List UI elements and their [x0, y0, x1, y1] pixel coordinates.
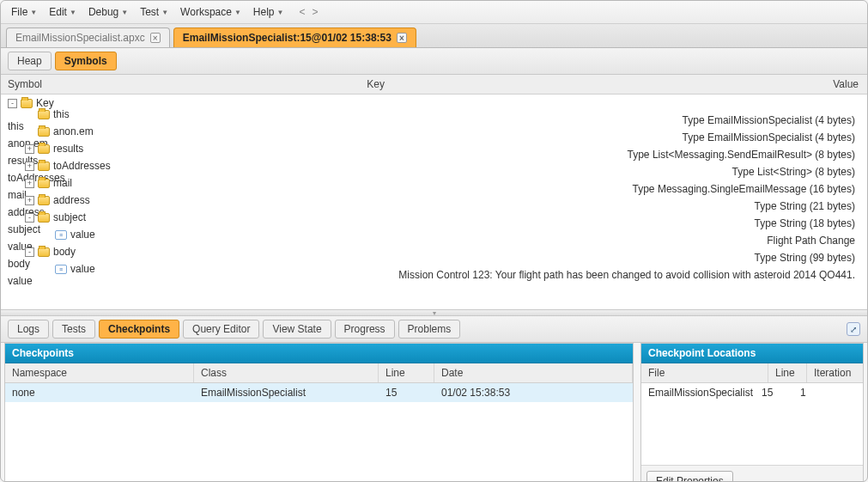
nav-forward-icon[interactable]: > — [312, 6, 318, 18]
tree-symbol-label: toAddresses — [53, 160, 111, 172]
tree-value: Type List<Messaging.SendEmailResult> (8 … — [83, 149, 860, 161]
folder-icon — [38, 162, 50, 171]
tab-logs[interactable]: Logs — [8, 320, 49, 339]
col-date[interactable]: Date — [434, 363, 633, 382]
tree-row[interactable]: -Key — [1, 95, 867, 112]
col-key[interactable]: Key — [367, 78, 393, 90]
checkpoints-grid-header: Namespace Class Line Date — [5, 363, 633, 383]
expand-icon[interactable]: + — [25, 196, 34, 205]
chevron-down-icon: ▼ — [277, 9, 284, 16]
bottom-tabstrip: Logs Tests Checkpoints Query Editor View… — [1, 316, 867, 343]
tree-row[interactable]: +toAddressestoAddressesType List<String>… — [1, 163, 867, 180]
folder-icon — [38, 213, 50, 223]
locations-grid-header: File Line Iteration — [641, 363, 863, 383]
tree-symbol-label: this — [53, 108, 70, 120]
tree-value: Type EmailMissionSpecialist (4 bytes) — [70, 114, 860, 126]
edit-properties-button[interactable]: Edit Properties — [646, 471, 733, 482]
col-iteration[interactable]: Iteration — [807, 363, 863, 382]
tree-row[interactable]: thisthisType EmailMissionSpecialist (4 b… — [1, 112, 867, 129]
tree-value: Type List<String> (8 bytes) — [111, 166, 860, 178]
menu-file[interactable]: File▼ — [6, 4, 42, 20]
tree-symbol-label: subject — [53, 211, 86, 223]
menu-debug[interactable]: Debug▼ — [83, 4, 133, 20]
tree-symbol-label: results — [53, 143, 83, 155]
tree-symbol-label: mail — [53, 177, 72, 189]
tab-view-state[interactable]: View State — [263, 320, 331, 339]
menu-help[interactable]: Help▼ — [248, 4, 289, 20]
tab-checkpoints[interactable]: Checkpoints — [99, 320, 179, 339]
collapse-icon[interactable]: - — [8, 99, 17, 108]
value-icon: ≡ — [55, 265, 67, 274]
nav-back-icon[interactable]: < — [299, 6, 305, 18]
tree-spacer — [25, 110, 34, 119]
heap-symbols-tabs: Heap Symbols — [1, 48, 867, 75]
col-symbol[interactable]: Symbol — [8, 78, 42, 90]
tree-row[interactable]: ≡valuevalueFlight Path Change — [1, 232, 867, 249]
panel-title: Checkpoint Locations — [641, 344, 863, 363]
expand-icon[interactable]: + — [25, 179, 34, 188]
collapse-icon[interactable]: - — [25, 247, 34, 257]
tree-row[interactable]: anon.emanon.emType EmailMissionSpecialis… — [1, 129, 867, 146]
horizontal-splitter[interactable]: ▾ — [1, 309, 867, 316]
chevron-down-icon: ▼ — [70, 9, 76, 16]
col-namespace[interactable]: Namespace — [5, 363, 194, 382]
tree-value: Type String (21 bytes) — [90, 200, 860, 212]
collapse-icon[interactable]: - — [25, 213, 34, 223]
chevron-down-icon: ▼ — [234, 9, 241, 16]
tab-progress[interactable]: Progress — [335, 320, 395, 339]
expand-icon[interactable]: + — [25, 162, 34, 171]
tree-row[interactable]: -subjectsubjectType String (18 bytes) — [1, 215, 867, 232]
bottom-pane: Checkpoints Namespace Class Line Date no… — [1, 343, 867, 482]
col-line[interactable]: Line — [768, 363, 807, 382]
locations-grid-body: EmailMissionSpecialist 15 1 — [641, 383, 863, 465]
tree-row[interactable]: +resultsresultsType List<Messaging.SendE… — [1, 146, 867, 163]
folder-icon — [38, 196, 50, 205]
close-icon[interactable]: × — [150, 33, 161, 43]
close-icon[interactable]: × — [397, 33, 407, 43]
col-value[interactable]: Value — [400, 75, 867, 94]
checkpoints-panel: Checkpoints Namespace Class Line Date no… — [4, 343, 634, 482]
tab-tests[interactable]: Tests — [52, 320, 95, 339]
tree-row[interactable]: ≡valuevalueMission Control 123: Your fli… — [1, 266, 867, 284]
file-tab-checkpoint[interactable]: EmailMissionSpecialist:15@01/02 15:38:53… — [173, 27, 416, 47]
value-icon: ≡ — [55, 230, 67, 240]
col-line[interactable]: Line — [379, 363, 434, 382]
tree-symbol-label: value — [70, 263, 95, 275]
menu-edit[interactable]: Edit▼ — [44, 4, 82, 20]
menu-test[interactable]: Test▼ — [135, 4, 173, 20]
tree-value: Type String (18 bytes) — [86, 217, 860, 229]
tab-heap[interactable]: Heap — [8, 52, 52, 70]
table-row[interactable]: none EmailMissionSpecialist 15 01/02 15:… — [5, 383, 633, 402]
cell-namespace: none — [12, 387, 201, 399]
tree-row[interactable]: +addressaddressType String (21 bytes) — [1, 198, 867, 215]
tab-symbols[interactable]: Symbols — [55, 52, 117, 70]
tree-value: Flight Path Change — [95, 235, 860, 247]
locations-footer: Edit Properties — [641, 465, 863, 482]
tree-row[interactable]: -bodybodyType String (99 bytes) — [1, 249, 867, 266]
file-tab-apxc[interactable]: EmailMissionSpecialist.apxc × — [6, 27, 170, 47]
tab-problems[interactable]: Problems — [398, 320, 461, 339]
folder-icon — [38, 110, 50, 119]
cell-class: EmailMissionSpecialist — [201, 387, 385, 399]
chevron-down-icon: ▼ — [161, 9, 168, 16]
expand-icon[interactable]: + — [25, 144, 34, 154]
tree-value: Mission Control 123: Your flight path ha… — [95, 269, 860, 281]
folder-icon — [38, 247, 50, 257]
tab-query-editor[interactable]: Query Editor — [183, 320, 259, 339]
cell-date: 01/02 15:38:53 — [441, 387, 626, 399]
tree-symbol-label: value — [70, 229, 95, 241]
expand-panel-icon[interactable]: ⤢ — [847, 322, 860, 336]
tree-symbol-label: anon.em — [53, 125, 94, 137]
tree-value: Type EmailMissionSpecialist (4 bytes) — [94, 131, 860, 143]
col-class[interactable]: Class — [194, 363, 379, 382]
tree-value: Type String (99 bytes) — [76, 252, 860, 264]
chevron-down-icon: ▼ — [30, 9, 37, 16]
col-file[interactable]: File — [641, 363, 768, 382]
menu-bar: File▼ Edit▼ Debug▼ Test▼ Workspace▼ Help… — [1, 1, 867, 24]
tree-spacer — [42, 265, 52, 274]
folder-icon — [38, 127, 50, 137]
tab-label: EmailMissionSpecialist.apxc — [15, 32, 145, 44]
tree-row[interactable]: +mailmailType Messaging.SingleEmailMessa… — [1, 180, 867, 198]
menu-workspace[interactable]: Workspace▼ — [175, 4, 246, 20]
table-row[interactable]: EmailMissionSpecialist 15 1 — [641, 383, 863, 402]
